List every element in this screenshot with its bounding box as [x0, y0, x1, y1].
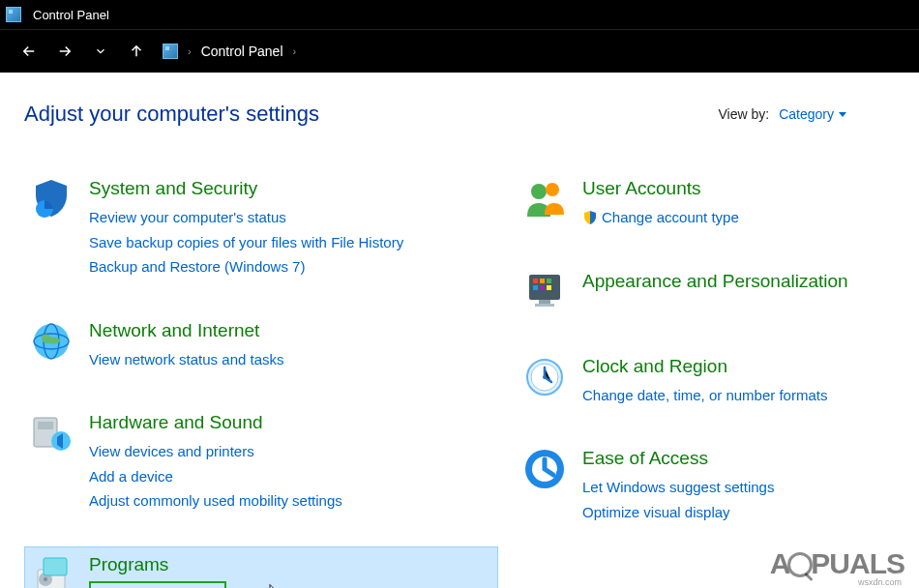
category-columns: System and Security Review your computer… [24, 170, 895, 588]
hardware-sound-icon [28, 410, 74, 456]
chevron-right-icon: › [293, 45, 297, 57]
svg-point-9 [44, 577, 47, 581]
category-title[interactable]: Hardware and Sound [89, 412, 342, 433]
nav-recent-button[interactable] [83, 37, 117, 66]
chevron-down-icon [94, 44, 107, 58]
category-link[interactable]: Adjust commonly used mobility settings [89, 488, 342, 514]
clock-region-icon [521, 354, 568, 400]
category-body: Hardware and Sound View devices and prin… [89, 410, 342, 514]
svg-point-11 [531, 184, 547, 199]
svg-rect-21 [535, 304, 554, 307]
chevron-right-icon: › [188, 45, 192, 57]
category-link[interactable]: Change date, time, or number formats [582, 383, 827, 408]
control-panel-icon [163, 44, 178, 59]
category-link[interactable]: Save backup copies of your files with Fi… [89, 230, 403, 255]
cursor-icon [267, 580, 284, 589]
category-title[interactable]: Appearance and Personalization [582, 271, 848, 292]
view-by-control: View by: Category [719, 106, 846, 122]
navigation-bar: › Control Panel › [0, 29, 919, 73]
svg-rect-18 [540, 285, 545, 290]
category-body: User Accounts Change account type [582, 176, 739, 230]
category-link[interactable]: Backup and Restore (Windows 7) [89, 254, 403, 279]
category-appearance-personalization: Appearance and Personalization [518, 263, 895, 321]
svg-point-24 [543, 375, 547, 379]
category-body: System and Security Review your computer… [89, 176, 403, 279]
svg-rect-20 [539, 300, 550, 304]
user-accounts-icon [521, 176, 568, 222]
category-title[interactable]: Ease of Access [582, 448, 774, 469]
svg-rect-5 [38, 422, 53, 429]
category-link[interactable]: Optimize visual display [582, 500, 774, 525]
category-title[interactable]: Clock and Region [582, 356, 827, 377]
category-title[interactable]: System and Security [89, 178, 403, 199]
category-link[interactable]: Let Windows suggest settings [582, 475, 774, 500]
programs-icon [28, 552, 74, 589]
svg-rect-10 [44, 558, 67, 575]
nav-forward-button[interactable] [47, 37, 81, 66]
view-by-label: View by: [719, 106, 770, 122]
svg-rect-16 [547, 279, 551, 283]
category-title[interactable]: Programs [89, 554, 226, 575]
arrow-up-icon [128, 43, 145, 60]
view-by-dropdown[interactable]: Category [779, 106, 846, 122]
shield-icon [582, 210, 598, 225]
category-title[interactable]: Network and Internet [89, 320, 284, 341]
breadcrumb-root[interactable]: Control Panel [201, 44, 283, 59]
category-body: Ease of Access Let Windows suggest setti… [582, 446, 774, 524]
category-hardware-sound: Hardware and Sound View devices and prin… [24, 404, 498, 519]
left-column: System and Security Review your computer… [24, 170, 498, 588]
svg-rect-17 [533, 285, 538, 290]
watermark-sub: wsxdn.com [858, 577, 902, 587]
magnifier-icon [787, 552, 813, 577]
nav-up-button[interactable] [119, 37, 153, 66]
category-clock-region: Clock and Region Change date, time, or n… [518, 348, 895, 414]
header-row: Adjust your computer's settings View by:… [24, 102, 895, 127]
svg-rect-14 [533, 279, 538, 283]
title-bar: Control Panel [0, 0, 919, 29]
category-programs: Programs Uninstall a program [24, 546, 498, 589]
arrow-left-icon [20, 43, 38, 60]
category-body: Programs Uninstall a program [89, 552, 226, 589]
category-link[interactable]: Change account type [582, 205, 739, 230]
category-body: Appearance and Personalization [582, 269, 848, 315]
category-body: Network and Internet View network status… [89, 318, 284, 372]
category-user-accounts: User Accounts Change account type [518, 170, 895, 236]
watermark: APUALS [770, 547, 904, 580]
category-network-internet: Network and Internet View network status… [24, 312, 498, 378]
window-title: Control Panel [33, 8, 109, 22]
page-title: Adjust your computer's settings [24, 102, 319, 127]
category-link[interactable]: Review your computer's status [89, 205, 403, 230]
nav-back-button[interactable] [12, 37, 45, 66]
category-link[interactable]: View devices and printers [89, 439, 342, 464]
category-ease-of-access: Ease of Access Let Windows suggest setti… [518, 440, 895, 530]
appearance-icon [521, 269, 568, 315]
ease-of-access-icon [521, 446, 568, 492]
network-internet-icon [28, 318, 74, 365]
category-link-uninstall[interactable]: Uninstall a program [89, 581, 226, 589]
address-bar[interactable]: › Control Panel › [163, 44, 296, 59]
svg-rect-15 [540, 279, 545, 283]
control-panel-icon [6, 7, 21, 22]
right-column: User Accounts Change account type Appear… [518, 170, 895, 588]
category-link[interactable]: Add a device [89, 464, 342, 489]
svg-point-12 [546, 183, 559, 196]
svg-rect-19 [547, 285, 551, 290]
content-area: Adjust your computer's settings View by:… [0, 73, 919, 588]
category-system-security: System and Security Review your computer… [24, 170, 498, 285]
category-body: Clock and Region Change date, time, or n… [582, 354, 827, 408]
arrow-right-icon [56, 43, 74, 60]
system-security-icon [28, 176, 74, 222]
category-title[interactable]: User Accounts [582, 178, 739, 199]
category-link[interactable]: View network status and tasks [89, 347, 284, 372]
